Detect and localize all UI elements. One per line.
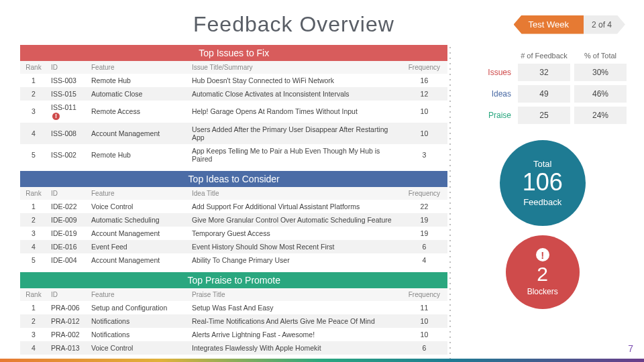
cell-rank: 4 [20, 240, 47, 253]
summary-issues-count: 32 [518, 64, 570, 81]
cell-title: Help! Garage Opens At Random Times Witho… [188, 101, 400, 123]
col-title: Idea Title [188, 187, 400, 200]
table-row: 4IDE-016Event FeedEvent History Should S… [20, 240, 447, 253]
cell-freq: 10 [400, 123, 447, 144]
cell-feature: Account Management [87, 253, 188, 267]
col-freq: Frequency [400, 61, 447, 74]
issues-table: Rank ID Feature Issue Title/Summary Freq… [20, 61, 447, 166]
cell-title: Event History Should Show Most Recent Fi… [188, 240, 400, 253]
table-row: 5IDE-004Account ManagementAbility To Cha… [20, 253, 447, 267]
cell-freq: 22 [400, 200, 447, 213]
ideas-table: Rank ID Feature Idea Title Frequency 1ID… [20, 187, 447, 267]
col-id: ID [47, 61, 87, 74]
testweek-badge: Test Week 2 of 4 [514, 15, 625, 34]
cell-id: ISS-002 [47, 144, 87, 166]
col-freq: Frequency [400, 187, 447, 200]
cell-rank: 2 [20, 213, 47, 227]
col-freq: Frequency [400, 288, 447, 301]
cell-freq: 19 [400, 227, 447, 240]
cell-freq: 19 [400, 213, 447, 227]
cell-rank: 3 [20, 101, 47, 123]
cell-freq: 11 [400, 301, 447, 314]
summary-col-pct: % of Total [574, 52, 627, 60]
cell-title: Add Support For Additional Virtual Assis… [188, 200, 400, 213]
blockers-value: 2 [537, 264, 548, 284]
table-row: 1PRA-006Setup and ConfigurationSetup Was… [20, 301, 447, 314]
table-row: 4PRA-013Voice ControlIntegrates Flawless… [20, 341, 447, 355]
cell-freq: 12 [400, 87, 447, 101]
cell-id: IDE-004 [47, 253, 87, 267]
issues-section: Top Issues to Fix Rank ID Feature Issue … [20, 45, 447, 166]
col-rank: Rank [20, 61, 47, 74]
cell-title: Integrates Flawlessly With Apple Homekit [188, 341, 400, 355]
testweek-position: 2 of 4 [584, 15, 625, 34]
exclamation-icon: ! [536, 248, 549, 261]
cell-rank: 5 [20, 144, 47, 166]
cell-title: Users Added After the Primary User Disap… [188, 123, 400, 144]
table-row: 2ISS-015Automatic CloseAutomatic Close A… [20, 87, 447, 101]
ideas-heading: Top Ideas to Consider [20, 171, 447, 187]
col-title: Issue Title/Summary [188, 61, 400, 74]
cell-freq: 16 [400, 74, 447, 87]
cell-freq: 3 [400, 144, 447, 166]
cell-freq: 10 [400, 328, 447, 341]
cell-id: IDE-022 [47, 200, 87, 213]
summary-praise-pct: 24% [574, 107, 627, 124]
col-feature: Feature [87, 187, 188, 200]
testweek-label: Test Week [514, 15, 584, 34]
cell-rank: 3 [20, 227, 47, 240]
footer-gradient-bar [0, 359, 644, 362]
col-feature: Feature [87, 61, 188, 74]
cell-title: Automatic Close Activates at Inconsisten… [188, 87, 400, 101]
divider-dots [449, 45, 451, 362]
table-row: 3PRA-002NotificationsAlerts Arrive Light… [20, 328, 447, 341]
summary-col-count: # of Feedback [518, 52, 570, 60]
cell-id: PRA-013 [47, 341, 87, 355]
praise-table: Rank ID Feature Praise Title Frequency 1… [20, 288, 447, 362]
cell-freq: 6 [400, 240, 447, 253]
col-id: ID [47, 288, 87, 301]
cell-rank: 1 [20, 74, 47, 87]
cell-id: ISS-003 [47, 74, 87, 87]
cell-rank: 4 [20, 123, 47, 144]
cell-rank: 4 [20, 341, 47, 355]
cell-id: PRA-012 [47, 314, 87, 328]
right-column: # of Feedback % of Total Issues 32 30% I… [454, 45, 631, 362]
cell-feature: Remote Access [87, 101, 188, 123]
summary-praise-label: Praise [458, 107, 514, 124]
summary-ideas-pct: 46% [574, 85, 627, 103]
cell-id: ISS-008 [47, 123, 87, 144]
page-number: 7 [628, 343, 633, 354]
cell-rank: 2 [20, 314, 47, 328]
table-row: 2PRA-012NotificationsReal-Time Notificat… [20, 314, 447, 328]
cell-freq: 6 [400, 341, 447, 355]
table-row: 2IDE-009Automatic SchedulingGive More Gr… [20, 213, 447, 227]
cell-title: Give More Granular Control Over Automati… [188, 213, 400, 227]
cell-rank: 5 [20, 253, 47, 267]
total-feedback-circle: Total 106 Feedback [500, 140, 586, 226]
cell-id: ISS-011 ! [47, 101, 87, 123]
table-row: 3ISS-011 !Remote AccessHelp! Garage Open… [20, 101, 447, 123]
cell-id: IDE-019 [47, 227, 87, 240]
cell-feature: Setup and Configuration [87, 301, 188, 314]
col-feature: Feature [87, 288, 188, 301]
summary-ideas-count: 49 [518, 85, 570, 103]
summary-table: # of Feedback % of Total Issues 32 30% I… [454, 48, 631, 128]
cell-title: Alerts Arrive Lightning Fast - Awesome! [188, 328, 400, 341]
table-row: 1ISS-003Remote HubHub Doesn't Stay Conne… [20, 74, 447, 87]
total-label-bottom: Feedback [523, 197, 561, 207]
cell-feature: Voice Control [87, 200, 188, 213]
cell-feature: Account Management [87, 227, 188, 240]
cell-id: ISS-015 [47, 87, 87, 101]
cell-title: Hub Doesn't Stay Connected to WiFi Netwo… [188, 74, 400, 87]
summary-issues-label: Issues [458, 64, 514, 81]
issues-heading: Top Issues to Fix [20, 45, 447, 61]
summary-praise-count: 25 [518, 107, 570, 124]
col-rank: Rank [20, 288, 47, 301]
cell-feature: Voice Control [87, 341, 188, 355]
summary-ideas-label: Ideas [458, 85, 514, 103]
cell-feature: Remote Hub [87, 144, 188, 166]
praise-section: Top Praise to Promote Rank ID Feature Pr… [20, 272, 447, 362]
cell-id: PRA-002 [47, 328, 87, 341]
cell-id: IDE-016 [47, 240, 87, 253]
